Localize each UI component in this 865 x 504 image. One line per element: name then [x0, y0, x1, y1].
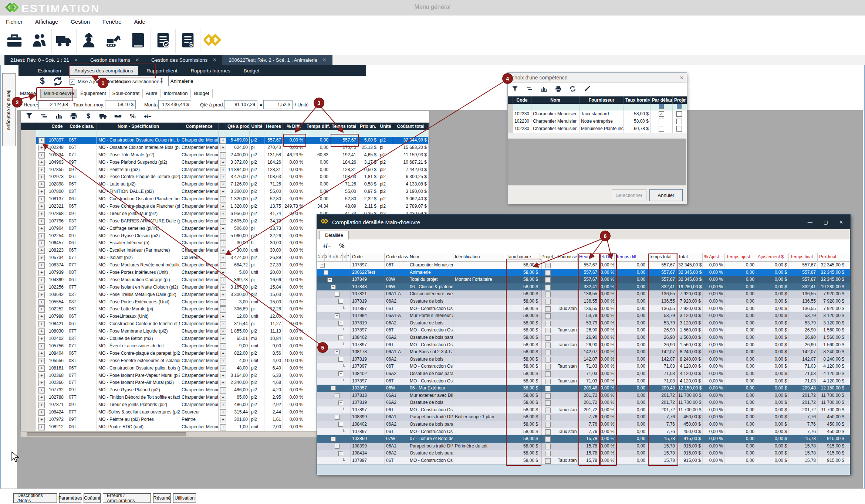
- expand-icon[interactable]: +: [220, 167, 226, 173]
- compilation-row[interactable]: −10839906A1Parapet bois traité DIMBoitie…: [317, 413, 850, 421]
- toolbar-button[interactable]: [200, 29, 225, 53]
- expand-icon[interactable]: +: [220, 358, 226, 364]
- expand-icon[interactable]: +: [220, 277, 226, 283]
- dollar-icon[interactable]: $: [84, 112, 92, 122]
- table-row[interactable]: +10289806TMO - Latte au (pi2)Charpentier…: [21, 181, 429, 188]
- lines-icon[interactable]: [40, 112, 48, 122]
- col-header[interactable]: [21, 123, 28, 130]
- expand-icon[interactable]: +: [220, 336, 226, 342]
- chart-icon[interactable]: [55, 112, 63, 122]
- expand-icon[interactable]: +: [38, 218, 45, 225]
- expand-icon[interactable]: +: [220, 240, 226, 246]
- select-button[interactable]: Sélectionner: [612, 189, 646, 201]
- compilation-row[interactable]: └10789706TMO - Construction Ossa58,00 $T…: [317, 305, 850, 313]
- collapse-icon[interactable]: −: [327, 277, 332, 282]
- toolbar-button[interactable]: [101, 29, 126, 53]
- expand-icon[interactable]: +: [38, 233, 45, 239]
- competence-row[interactable]: 102230Charpentier MenuisierTaux standard…: [508, 110, 687, 118]
- document-tab[interactable]: Gestion des items✕: [84, 55, 145, 65]
- expand-icon[interactable]: +: [38, 137, 45, 144]
- collapse-icon[interactable]: −: [338, 299, 343, 304]
- expand-icon[interactable]: +: [220, 255, 226, 261]
- expand-icon[interactable]: +: [38, 226, 45, 232]
- category-tab[interactable]: Sous-contrat: [109, 89, 143, 98]
- scrollbar-thumb[interactable]: [27, 432, 186, 436]
- compilation-row[interactable]: −10840206A2Ossature de bois parap58,00 $…: [317, 421, 850, 428]
- expand-icon[interactable]: +: [38, 174, 45, 180]
- compilation-row[interactable]: └10789706TMO - Construction Ossa58,00 $T…: [317, 363, 850, 370]
- lines-icon[interactable]: [526, 85, 533, 94]
- col-header[interactable]: Temps ajust.: [725, 253, 756, 261]
- toolbar-button[interactable]: [27, 29, 52, 53]
- expand-icon[interactable]: +: [38, 152, 45, 159]
- close-icon[interactable]: ✕: [135, 57, 139, 62]
- expand-icon[interactable]: +: [220, 417, 226, 423]
- minimize-icon[interactable]: —: [808, 219, 812, 225]
- toolbar-button[interactable]: [151, 29, 176, 53]
- expand-icon[interactable]: +: [220, 160, 226, 166]
- qte-field[interactable]: 81 107,29: [224, 100, 257, 109]
- compilation-row[interactable]: └10789706TMO - Construction Ossa58,00 $T…: [317, 406, 850, 414]
- expand-icon[interactable]: +: [220, 409, 226, 416]
- col-header[interactable]: Taux horaire: [624, 96, 651, 104]
- menu-affichage[interactable]: Affichage: [35, 18, 58, 25]
- module-tab[interactable]: Analyses des compilations: [69, 66, 138, 75]
- expand-icon[interactable]: +: [220, 402, 226, 408]
- percent-icon[interactable]: %: [339, 243, 344, 249]
- table-row[interactable]: +10383407TMO - Pose Tôle Murale (pi2)Cha…: [21, 151, 429, 159]
- col-header[interactable]: % Ajust.: [703, 253, 725, 261]
- compilation-row[interactable]: └10789706TMO - Construction Ossa58,00 $T…: [317, 378, 850, 385]
- compilation-row[interactable]: └10789706TMO - Construction Ossa58,00 $T…: [317, 428, 850, 436]
- bottom-tab[interactable]: Coûtant: [84, 493, 101, 503]
- compilation-row[interactable]: −10841406A2Ossature de bois parap58,00 $…: [317, 450, 850, 457]
- expand-icon[interactable]: +: [220, 395, 226, 401]
- compilation-row[interactable]: −10799406A1-AMur Porteur Intérieur av58,…: [317, 312, 850, 320]
- compilation-row[interactable]: └10789706TMO - Construction Ossa58,00 $T…: [317, 457, 850, 464]
- plusminus-icon[interactable]: +/−: [143, 112, 152, 122]
- menu-fichier[interactable]: Fichier: [6, 18, 23, 25]
- col-header[interactable]: Prix un.: [358, 123, 378, 130]
- competence-row[interactable]: 102230Charpentier MenuisierNotre entrepr…: [508, 118, 687, 125]
- col-header[interactable]: Code class.: [385, 253, 408, 261]
- expand-icon[interactable]: +: [220, 292, 226, 298]
- chart-icon[interactable]: [540, 85, 547, 94]
- compilation-row[interactable]: −10781306A1Mur extérieur avec DIM58,00 $…: [317, 392, 850, 399]
- col-header[interactable]: Temps diff.: [615, 253, 647, 261]
- collapse-icon[interactable]: −: [338, 422, 343, 427]
- expand-icon[interactable]: +: [38, 211, 45, 217]
- compilation-row[interactable]: −200622TestAnimalerie58,00 $557,670,00 %…: [317, 269, 850, 276]
- expand-icon[interactable]: +: [38, 270, 45, 276]
- expand-icon[interactable]: +: [220, 233, 226, 239]
- expand-icon[interactable]: +: [220, 181, 226, 188]
- collapse-icon[interactable]: −: [338, 335, 343, 340]
- expand-icon[interactable]: +: [38, 299, 45, 306]
- projet-checkbox[interactable]: [676, 111, 682, 117]
- menu-fenêtre[interactable]: Fenêtre: [102, 18, 122, 25]
- expand-icon[interactable]: +: [38, 160, 45, 166]
- expand-icon[interactable]: +: [38, 424, 45, 430]
- category-tab[interactable]: Autre: [143, 89, 161, 98]
- col-header[interactable]: Qté à prod.: [226, 123, 250, 130]
- close-icon[interactable]: ✕: [322, 57, 326, 62]
- col-header[interactable]: Code: [351, 253, 385, 261]
- close-icon[interactable]: ✕: [839, 219, 843, 225]
- expand-icon[interactable]: +: [38, 321, 45, 327]
- expand-icon[interactable]: +: [38, 277, 45, 283]
- expand-icon[interactable]: +: [220, 387, 226, 394]
- document-tab[interactable]: Gestion des Soumissions✕: [145, 55, 223, 65]
- expand-icon[interactable]: +: [220, 321, 226, 327]
- expand-icon[interactable]: +: [220, 204, 226, 210]
- col-header[interactable]: Projet: [673, 96, 686, 104]
- compilation-row[interactable]: −10385706W06 - Mur Extérieur58,00 $209,4…: [317, 385, 850, 392]
- expand-icon[interactable]: +: [38, 417, 45, 423]
- collapse-icon[interactable]: −: [324, 270, 328, 275]
- compilation-title-bar[interactable]: Compilation détaillée Main-d'oeuvre—▢✕: [317, 215, 850, 229]
- close-icon[interactable]: ✕: [680, 75, 684, 81]
- col-header[interactable]: [28, 123, 36, 130]
- expand-icon[interactable]: +: [220, 424, 226, 430]
- table-row[interactable]: +10297306TMO - Pose Contre-Plaqué de Toi…: [21, 173, 429, 181]
- expand-icon[interactable]: +: [220, 196, 226, 202]
- collapse-icon[interactable]: −: [335, 393, 339, 398]
- expand-icon[interactable]: +: [220, 145, 226, 151]
- collapse-icon[interactable]: −: [331, 386, 336, 391]
